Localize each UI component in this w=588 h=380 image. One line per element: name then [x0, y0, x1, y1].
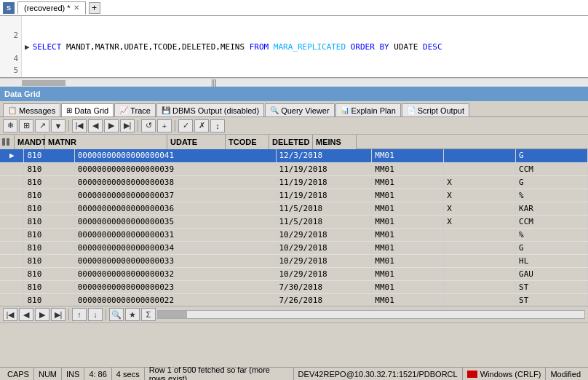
- cell-deleted[interactable]: [444, 149, 516, 162]
- nav-prev[interactable]: ◀: [19, 308, 33, 321]
- cell-matnr[interactable]: 00000000000000000032: [74, 267, 276, 280]
- grid-btn[interactable]: ⊞: [19, 119, 33, 132]
- col-header-udate[interactable]: UDATE: [167, 135, 226, 149]
- col-header-tcode[interactable]: TCODE: [226, 135, 269, 149]
- cell-tcode[interactable]: MM01: [372, 189, 444, 202]
- nav-first[interactable]: |◀: [3, 308, 17, 321]
- cell-mandt[interactable]: 810: [24, 280, 74, 293]
- cell-deleted[interactable]: [444, 162, 516, 175]
- last-btn[interactable]: ▶|: [120, 119, 135, 132]
- cell-deleted[interactable]: [444, 293, 516, 306]
- table-row[interactable]: 8100000000000000000003611/5/2018MM01XKAR: [0, 202, 588, 215]
- cell-mandt[interactable]: 810: [24, 162, 74, 175]
- next-btn[interactable]: ▶: [104, 119, 119, 132]
- cell-mandt[interactable]: 810: [24, 175, 74, 189]
- add-row-btn[interactable]: +: [157, 119, 172, 132]
- cell-matnr[interactable]: 00000000000000000033: [74, 254, 276, 267]
- cell-udate[interactable]: 11/5/2018: [276, 215, 372, 228]
- freeze-btn[interactable]: ❄: [3, 119, 17, 132]
- nav-next[interactable]: ▶: [35, 308, 49, 321]
- cell-deleted[interactable]: X: [444, 202, 516, 215]
- cell-meins[interactable]: CCM: [516, 162, 588, 175]
- cell-deleted[interactable]: X: [444, 189, 516, 202]
- cell-udate[interactable]: 7/30/2018: [276, 280, 372, 293]
- nav-down[interactable]: ↓: [88, 308, 103, 321]
- nav-search[interactable]: 🔍: [109, 308, 124, 321]
- tab-messages[interactable]: 📋 Messages: [3, 103, 60, 116]
- cell-meins[interactable]: KAR: [516, 202, 588, 215]
- cell-tcode[interactable]: MM01: [372, 254, 444, 267]
- table-row[interactable]: 8100000000000000000003811/19/2018MM01XG: [0, 175, 588, 189]
- commit-btn[interactable]: ✓: [178, 119, 193, 132]
- cell-matnr[interactable]: 00000000000000000039: [74, 162, 276, 175]
- table-row[interactable]: 8100000000000000000003110/29/2018MM01%: [0, 228, 588, 241]
- cell-matnr[interactable]: 00000000000000000036: [74, 202, 276, 215]
- cell-udate[interactable]: 10/29/2018: [276, 254, 372, 267]
- sql-content[interactable]: ▶ SELECT MANDT,MATNR,UDATE,TCODE,DELETED…: [22, 16, 588, 77]
- cell-matnr[interactable]: 00000000000000000037: [74, 189, 276, 202]
- cell-udate[interactable]: 12/3/2018: [276, 149, 372, 162]
- cell-mandt[interactable]: 810: [24, 267, 74, 280]
- col-header-deleted[interactable]: DELETED: [269, 135, 313, 149]
- table-row[interactable]: 8100000000000000000003911/19/2018MM01CCM: [0, 162, 588, 175]
- tab-dbms-output[interactable]: 💾 DBMS Output (disabled): [156, 103, 264, 116]
- nav-scrollbar[interactable]: [157, 310, 585, 319]
- cell-matnr[interactable]: 00000000000000000035: [74, 215, 276, 228]
- cell-udate[interactable]: 7/26/2018: [276, 293, 372, 306]
- filter-btn[interactable]: ▼: [51, 119, 65, 132]
- table-row[interactable]: 810000000000000000000227/26/2018MM01ST: [0, 293, 588, 306]
- cell-mandt[interactable]: 810: [24, 189, 74, 202]
- tab-trace[interactable]: 📈 Trace: [114, 103, 156, 116]
- cell-meins[interactable]: ST: [516, 293, 588, 306]
- cell-mandt[interactable]: 810: [24, 149, 74, 162]
- cell-tcode[interactable]: MM01: [372, 228, 444, 241]
- active-tab[interactable]: (recovered) * ✕: [17, 1, 86, 15]
- cell-mandt[interactable]: 810: [24, 293, 74, 306]
- col-header-matnr[interactable]: MATNR: [45, 135, 167, 149]
- cell-tcode[interactable]: MM01: [372, 202, 444, 215]
- sql-scrollbar[interactable]: |||: [0, 78, 588, 87]
- cell-mandt[interactable]: 810: [24, 241, 74, 254]
- cell-udate[interactable]: 11/5/2018: [276, 202, 372, 215]
- tab-data-grid[interactable]: ⊞ Data Grid: [61, 103, 114, 116]
- cell-meins[interactable]: G: [516, 149, 588, 162]
- cell-tcode[interactable]: MM01: [372, 293, 444, 306]
- table-row[interactable]: 8100000000000000000003511/5/2018MM01XCCM: [0, 215, 588, 228]
- first-btn[interactable]: |◀: [72, 119, 87, 132]
- cell-tcode[interactable]: MM01: [372, 175, 444, 189]
- cell-meins[interactable]: HL: [516, 254, 588, 267]
- cell-mandt[interactable]: 810: [24, 202, 74, 215]
- refresh-btn[interactable]: ↺: [141, 119, 156, 132]
- cell-matnr[interactable]: 00000000000000000034: [74, 241, 276, 254]
- cell-deleted[interactable]: X: [444, 175, 516, 189]
- cell-meins[interactable]: GAU: [516, 267, 588, 280]
- tab-close-icon[interactable]: ✕: [74, 4, 79, 12]
- cell-tcode[interactable]: MM01: [372, 280, 444, 293]
- nav-scroll-thumb[interactable]: [158, 311, 187, 318]
- cell-tcode[interactable]: MM01: [372, 241, 444, 254]
- tab-script-output[interactable]: 📄 Script Output: [402, 103, 469, 116]
- add-tab-button[interactable]: +: [89, 2, 100, 14]
- table-row[interactable]: 8100000000000000000003310/29/2018MM01HL: [0, 254, 588, 267]
- cell-deleted[interactable]: [444, 228, 516, 241]
- cell-udate[interactable]: 11/19/2018: [276, 175, 372, 189]
- cell-udate[interactable]: 11/19/2018: [276, 162, 372, 175]
- cell-udate[interactable]: 10/29/2018: [276, 228, 372, 241]
- cell-deleted[interactable]: [444, 280, 516, 293]
- cell-udate[interactable]: 10/29/2018: [276, 267, 372, 280]
- col-header-mandt[interactable]: MANDT: [15, 135, 45, 149]
- cell-meins[interactable]: ST: [516, 280, 588, 293]
- cell-tcode[interactable]: MM01: [372, 149, 444, 162]
- cell-meins[interactable]: %: [516, 189, 588, 202]
- cell-tcode[interactable]: MM01: [372, 162, 444, 175]
- cell-matnr[interactable]: 00000000000000000022: [74, 293, 276, 306]
- table-row[interactable]: ▶8100000000000000000004112/3/2018MM01G: [0, 149, 588, 162]
- cell-deleted[interactable]: [444, 267, 516, 280]
- tab-query-viewer[interactable]: 🔍 Query Viewer: [265, 103, 334, 116]
- cell-udate[interactable]: 10/29/2018: [276, 241, 372, 254]
- table-row[interactable]: 8100000000000000000003210/29/2018MM01GAU: [0, 267, 588, 280]
- prev-btn[interactable]: ◀: [88, 119, 103, 132]
- cell-meins[interactable]: G: [516, 241, 588, 254]
- export-btn[interactable]: ↗: [35, 119, 49, 132]
- nav-count[interactable]: Σ: [141, 308, 156, 321]
